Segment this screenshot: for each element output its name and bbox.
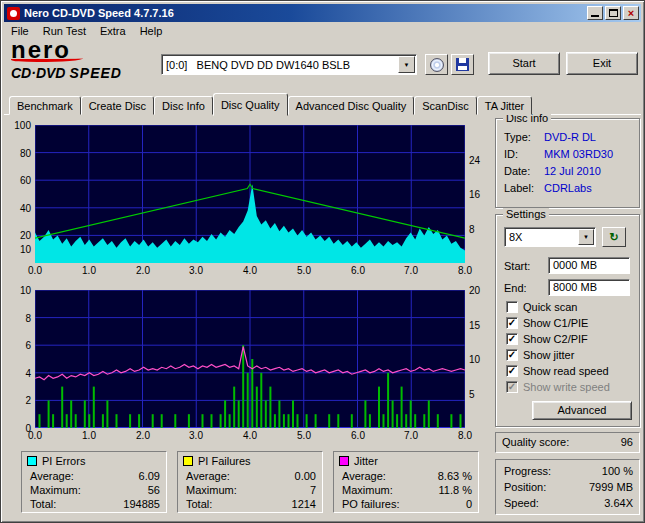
tab-strip: Benchmark Create Disc Disc Info Disc Qua… [9, 92, 532, 115]
quality-score-box: Quality score: 96 [495, 432, 640, 453]
eject-disc-button[interactable] [425, 54, 448, 75]
app-window: Nero CD-DVD Speed 4.7.7.16 × File Run Te… [0, 0, 645, 523]
speed-label: Speed: [504, 497, 539, 509]
pi-failures-title: PI Failures [198, 455, 251, 467]
maximize-icon [609, 9, 618, 17]
checkbox-quick-scan[interactable]: Quick scan [496, 301, 639, 315]
start-button[interactable]: Start [488, 52, 560, 75]
tab-ta-jitter[interactable]: TA Jitter [477, 96, 533, 115]
window-title: Nero CD-DVD Speed 4.7.7.16 [24, 7, 585, 19]
checkbox-box[interactable] [506, 349, 518, 361]
jitter-panel: Jitter Average: 8.63 % Maximum: 11.8 % P… [333, 451, 479, 513]
jitter-title: Jitter [354, 455, 378, 467]
disc-date-value: 12 Jul 2010 [544, 165, 601, 177]
tab-advanced-disc-quality[interactable]: Advanced Disc Quality [288, 96, 415, 115]
disc-label-value: CDRLabs [544, 182, 592, 194]
quality-score-label: Quality score: [502, 436, 569, 448]
app-icon [7, 7, 20, 20]
quality-score-value: 96 [621, 436, 633, 448]
checkbox-box[interactable] [506, 365, 518, 377]
chevron-down-icon: ▼ [404, 62, 410, 68]
save-button[interactable] [451, 54, 474, 75]
checkbox-box[interactable] [506, 333, 518, 345]
tab-disc-info[interactable]: Disc Info [154, 96, 213, 115]
logo-speed: SPEED [69, 65, 121, 81]
start-field-label: Start: [504, 260, 530, 272]
pi-errors-total: 194885 [123, 498, 160, 510]
close-icon: × [624, 7, 638, 19]
jitter-maximum: 11.8 % [439, 484, 472, 496]
disc-info-group: Disc info Type: DVD-R DL ID: MKM 03RD30 … [495, 118, 640, 208]
nero-logo: nero CD·DVDSPEED [11, 39, 159, 87]
checkbox-show-write-speed: Show write speed [496, 381, 639, 395]
position-value: 7999 MB [589, 481, 633, 493]
pi-failures-panel: PI Failures Average: 0.00 Maximum: 7 Tot… [177, 451, 323, 513]
end-field-label: End: [504, 282, 527, 294]
refresh-icon: ↻ [609, 231, 618, 243]
jitter-average: 8.63 % [438, 470, 472, 482]
drive-select-arrow[interactable]: ▼ [398, 56, 415, 73]
checkbox-show-read-speed[interactable]: Show read speed [496, 365, 639, 379]
maximize-button[interactable] [605, 6, 621, 20]
pi-failures-total: 1214 [292, 498, 316, 510]
pif-jitter-chart: 108642020151050.01.02.03.04.05.06.07.08.… [9, 284, 491, 444]
title-bar[interactable]: Nero CD-DVD Speed 4.7.7.16 × [4, 4, 641, 22]
po-failures-value: 0 [466, 498, 472, 510]
disc-type-value: DVD-R DL [544, 131, 596, 143]
pi-errors-panel: PI Errors Average: 6.09 Maximum: 56 Tota… [21, 451, 167, 513]
exit-button[interactable]: Exit [566, 52, 638, 75]
checkbox-show-jitter[interactable]: Show jitter [496, 349, 639, 363]
pi-errors-average: 6.09 [139, 470, 160, 482]
pi-errors-maximum: 56 [148, 484, 160, 496]
settings-title: Settings [503, 208, 549, 220]
start-position-field[interactable]: 0000 MB [548, 257, 630, 274]
minimize-icon [591, 15, 599, 17]
pi-errors-legend-swatch [27, 456, 37, 466]
disc-date-label: Date: [504, 165, 530, 177]
disc-id-label: ID: [504, 148, 518, 160]
minimize-button[interactable] [587, 6, 603, 20]
checkbox-show-c1-pie[interactable]: Show C1/PIE [496, 317, 639, 331]
progress-label: Progress: [504, 465, 551, 477]
speed-select-value: 8X [505, 231, 577, 243]
pi-failures-average: 0.00 [295, 470, 316, 482]
logo-product: CD·DVD [11, 65, 65, 81]
disc-label-label: Label: [504, 182, 534, 194]
tab-create-disc[interactable]: Create Disc [81, 96, 154, 115]
advanced-button[interactable]: Advanced [532, 401, 632, 420]
tab-benchmark[interactable]: Benchmark [9, 96, 81, 115]
drive-select-value: [0:0] BENQ DVD DD DW1640 BSLB [162, 59, 397, 71]
refresh-button[interactable]: ↻ [602, 227, 626, 247]
progress-box: Progress: 100 % Position: 7999 MB Speed:… [495, 459, 640, 515]
save-icon [456, 58, 469, 71]
tab-scandisc[interactable]: ScanDisc [414, 96, 476, 115]
speed-value: 3.64X [604, 497, 633, 509]
menu-help[interactable]: Help [133, 23, 170, 39]
disc-type-label: Type: [504, 131, 531, 143]
nero-logo-text: nero [11, 39, 159, 61]
chevron-down-icon: ▼ [583, 234, 589, 240]
menu-extra[interactable]: Extra [93, 23, 133, 39]
tab-disc-quality[interactable]: Disc Quality [213, 93, 288, 116]
disc-id-value: MKM 03RD30 [544, 148, 613, 160]
settings-group: Settings 8X ▼ ↻ Start: 0000 MB End: 8000… [495, 214, 640, 427]
disc-icon [430, 58, 444, 72]
pi-failures-maximum: 7 [310, 484, 316, 496]
checkbox-box[interactable] [506, 301, 518, 313]
pi-failures-legend-swatch [183, 456, 193, 466]
pie-readspeed-chart: 1008060402010241680.01.02.03.04.05.06.07… [9, 119, 491, 279]
pi-errors-title: PI Errors [42, 455, 85, 467]
checkbox-box[interactable] [506, 317, 518, 329]
close-button[interactable]: × [623, 6, 639, 20]
speed-select-arrow[interactable]: ▼ [578, 229, 594, 245]
drive-select[interactable]: [0:0] BENQ DVD DD DW1640 BSLB ▼ [161, 54, 417, 75]
jitter-legend-swatch [339, 456, 349, 466]
progress-value: 100 % [602, 465, 633, 477]
position-label: Position: [504, 481, 546, 493]
menu-bar: File Run Test Extra Help [4, 22, 641, 40]
checkbox-box [506, 381, 518, 393]
end-position-field[interactable]: 8000 MB [548, 279, 630, 296]
checkbox-show-c2-pif[interactable]: Show C2/PIF [496, 333, 639, 347]
speed-select[interactable]: 8X ▼ [504, 227, 596, 247]
